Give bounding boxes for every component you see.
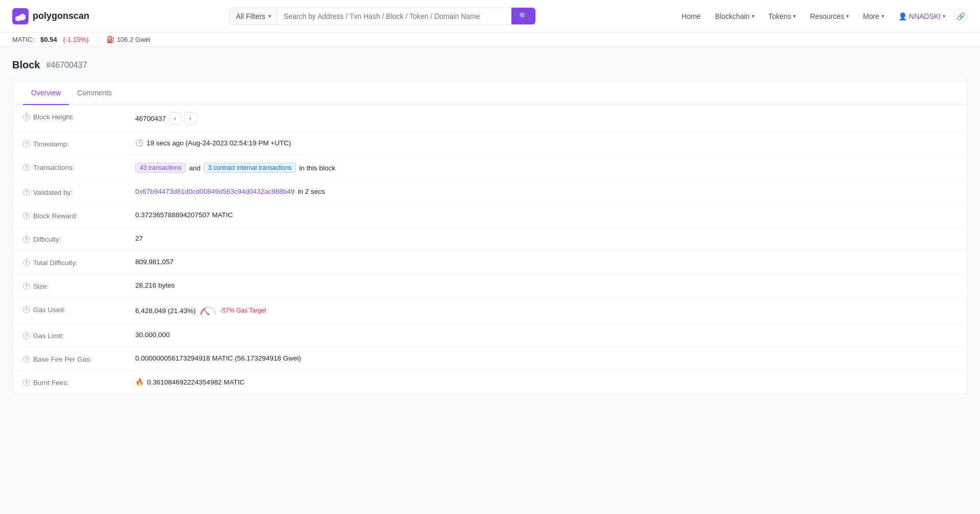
nav-home[interactable]: Home: [676, 8, 707, 24]
label-validated-by: ? Validated by:: [23, 188, 135, 196]
logo-text: polygonscan: [33, 11, 89, 21]
help-icon-burnt-fees[interactable]: ?: [23, 379, 30, 386]
gas-icon: ⛽: [107, 36, 115, 43]
tab-comments[interactable]: Comments: [69, 82, 120, 105]
base-fee-text: 0.000000056173294918 MATIC (56.173294918…: [135, 354, 301, 362]
value-total-difficulty: 809,981,057: [135, 258, 957, 266]
value-gas-limit: 30,000,000: [135, 331, 957, 339]
block-reward-text: 0.372365788894207507 MATIC: [135, 211, 233, 219]
svg-line-2: [204, 310, 208, 314]
row-burnt-fees: ? Burnt Fees: 🔥 0.361084692224354982 MAT…: [13, 371, 967, 394]
gas-info: ⛽ 106.2 Gwei: [107, 36, 151, 43]
tab-overview[interactable]: Overview: [23, 82, 69, 105]
value-timestamp: 🕐 19 secs ago (Aug-24-2023 02:54:19 PM +…: [135, 139, 957, 147]
value-transactions: 43 transactions and 3 contract internal …: [135, 163, 957, 173]
nav-tokens[interactable]: Tokens ▾: [763, 8, 802, 24]
gas-value: 106.2 Gwei: [117, 36, 151, 43]
filter-button[interactable]: All Filters ▾: [229, 8, 277, 25]
transactions-badge1[interactable]: 43 transactions: [135, 163, 186, 173]
gas-gauge: [199, 305, 217, 316]
logo-area: polygonscan: [12, 8, 89, 24]
search-area: All Filters ▾ document.querySelector('[d…: [229, 8, 535, 25]
sub-header: MATIC: $0.54 (-1.15%) | ⛽ 106.2 Gwei: [0, 33, 980, 47]
clock-icon: 🕐: [135, 139, 143, 147]
transactions-badge2[interactable]: 3 contract internal transactions: [204, 163, 296, 173]
label-burnt-fees: ? Burnt Fees:: [23, 378, 135, 387]
value-base-fee: 0.000000056173294918 MATIC (56.173294918…: [135, 354, 957, 362]
prev-block-button[interactable]: ‹: [169, 112, 181, 124]
difficulty-text: 27: [135, 235, 143, 242]
validated-by-link[interactable]: 0x67b94473d81d0cd00849d563c94d0432ac988b…: [135, 188, 295, 195]
gas-target-label: -57% Gas Target: [220, 307, 266, 314]
row-gas-limit: ? Gas Limit: 30,000,000: [13, 324, 967, 347]
row-validated-by: ? Validated by: 0x67b94473d81d0cd00849d5…: [13, 181, 967, 204]
validated-by-suffix: in 2 secs: [298, 188, 325, 195]
gas-limit-text: 30,000,000: [135, 331, 170, 339]
value-size: 28,216 bytes: [135, 281, 957, 289]
label-block-height: ? Block Height:: [23, 112, 135, 121]
row-block-reward: ? Block Reward: 0.372365788894207507 MAT…: [13, 204, 967, 227]
label-gas-limit: ? Gas Limit:: [23, 331, 135, 340]
label-transactions: ? Transactions:: [23, 163, 135, 171]
row-base-fee: ? Base Fee Per Gas: 0.000000056173294918…: [13, 347, 967, 371]
help-icon-gas-limit[interactable]: ?: [23, 332, 30, 339]
nav-more[interactable]: More ▾: [857, 8, 890, 24]
next-block-button[interactable]: ›: [184, 112, 197, 124]
label-base-fee: ? Base Fee Per Gas:: [23, 354, 135, 363]
help-icon-block-height[interactable]: ?: [23, 113, 30, 120]
label-total-difficulty: ? Total Difficulty:: [23, 258, 135, 267]
matic-price: $0.54: [40, 36, 57, 43]
row-transactions: ? Transactions: 43 transactions and 3 co…: [13, 156, 967, 181]
page-title-area: Block #46700437: [12, 59, 968, 71]
matic-label: MATIC:: [12, 36, 34, 43]
transactions-suffix: in this block: [299, 164, 335, 172]
row-gas-used: ? Gas Used: 6,428,049 (21.43%) -57% Gas …: [13, 298, 967, 324]
value-burnt-fees: 🔥 0.361084692224354982 MATIC: [135, 378, 957, 386]
help-icon-transactions[interactable]: ?: [23, 164, 30, 171]
page-title: Block: [12, 59, 40, 71]
nav-user[interactable]: 👤 NNADSKI ▾: [892, 8, 951, 24]
row-size: ? Size: 28,216 bytes: [13, 274, 967, 298]
help-icon-gas-used[interactable]: ?: [23, 306, 30, 313]
help-icon-validated-by[interactable]: ?: [23, 189, 30, 196]
search-icon: 🔍: [519, 12, 528, 20]
transactions-and: and: [189, 164, 201, 172]
help-icon-total-difficulty[interactable]: ?: [23, 259, 30, 266]
logo-icon: [12, 8, 29, 24]
value-block-height: 46700437 ‹ ›: [135, 112, 957, 124]
help-icon-timestamp[interactable]: ?: [23, 140, 30, 147]
value-difficulty: 27: [135, 235, 957, 242]
nav-resources[interactable]: Resources ▾: [804, 8, 855, 24]
row-timestamp: ? Timestamp: 🕐 19 secs ago (Aug-24-2023 …: [13, 132, 967, 156]
value-gas-used: 6,428,049 (21.43%) -57% Gas Target: [135, 305, 957, 316]
fire-icon: 🔥: [135, 378, 144, 386]
label-difficulty: ? Difficulty:: [23, 235, 135, 243]
search-button[interactable]: 🔍: [511, 8, 535, 24]
matic-change: (-1.15%): [63, 36, 89, 43]
size-text: 28,216 bytes: [135, 281, 175, 289]
value-block-reward: 0.372365788894207507 MATIC: [135, 211, 957, 219]
header: polygonscan All Filters ▾ document.query…: [0, 0, 980, 33]
main-nav: Home Blockchain ▾ Tokens ▾ Resources ▾ M…: [676, 8, 968, 24]
row-total-difficulty: ? Total Difficulty: 809,981,057: [13, 251, 967, 274]
timestamp-text: 19 secs ago (Aug-24-2023 02:54:19 PM +UT…: [146, 139, 291, 147]
help-icon-size[interactable]: ?: [23, 282, 30, 290]
gas-used-text: 6,428,049 (21.43%): [135, 307, 196, 315]
nav-blockchain[interactable]: Blockchain ▾: [709, 8, 761, 24]
tabs-container: Overview Comments: [13, 82, 967, 105]
total-difficulty-text: 809,981,057: [135, 258, 174, 266]
gauge-icon: [199, 305, 217, 316]
help-icon-base-fee[interactable]: ?: [23, 355, 30, 363]
detail-table: ? Block Height: 46700437 ‹ › ? Timestamp…: [13, 105, 967, 394]
link-icon[interactable]: 🔗: [953, 9, 968, 23]
row-block-height: ? Block Height: 46700437 ‹ ›: [13, 105, 967, 132]
sub-divider: |: [97, 36, 99, 43]
block-height-number: 46700437: [135, 115, 166, 122]
label-gas-used: ? Gas Used:: [23, 305, 135, 314]
burnt-fees-text: 0.361084692224354982 MATIC: [147, 378, 244, 386]
search-input[interactable]: [277, 8, 511, 25]
main-card: Overview Comments ? Block Height: 467004…: [12, 81, 968, 394]
value-validated-by: 0x67b94473d81d0cd00849d563c94d0432ac988b…: [135, 188, 957, 195]
help-icon-block-reward[interactable]: ?: [23, 212, 30, 219]
help-icon-difficulty[interactable]: ?: [23, 236, 30, 243]
